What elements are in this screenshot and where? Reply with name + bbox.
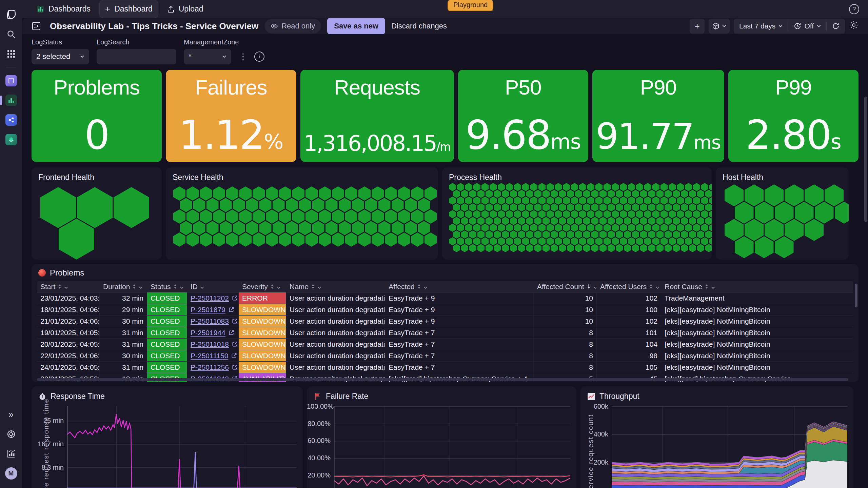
health-hexagon[interactable]: [469, 190, 476, 198]
health-hexagon[interactable]: [319, 232, 331, 247]
health-hexagon[interactable]: [685, 224, 692, 232]
column-menu-chevron-icon[interactable]: [655, 283, 659, 291]
health-hexagon[interactable]: [604, 197, 611, 205]
column-menu-chevron-icon[interactable]: [64, 283, 68, 291]
kpi-tile-p99[interactable]: P992.80s: [728, 70, 859, 162]
health-hexagon[interactable]: [477, 217, 485, 225]
health-hexagon[interactable]: [486, 230, 493, 239]
health-hexagon[interactable]: [385, 232, 397, 247]
health-hexagon[interactable]: [595, 237, 603, 245]
health-hexagon[interactable]: [559, 190, 566, 198]
health-hexagon[interactable]: [465, 210, 472, 218]
table-horizontal-scrollbar[interactable]: [37, 378, 848, 381]
health-hexagon[interactable]: [461, 203, 468, 211]
health-hexagon[interactable]: [530, 210, 537, 218]
health-hexagon[interactable]: [372, 209, 384, 224]
health-hexagon[interactable]: [689, 230, 696, 239]
health-hexagon[interactable]: [411, 209, 423, 224]
health-hexagon[interactable]: [490, 224, 497, 232]
health-hexagon[interactable]: [518, 230, 525, 239]
health-hexagon[interactable]: [514, 197, 521, 205]
health-hexagon[interactable]: [636, 210, 643, 218]
health-hexagon[interactable]: [461, 190, 468, 198]
health-hexagon[interactable]: [587, 224, 594, 232]
column-header-status[interactable]: Status: [147, 281, 187, 292]
health-hexagon[interactable]: [595, 197, 603, 205]
health-hexagon[interactable]: [226, 186, 238, 201]
health-hexagon[interactable]: [665, 203, 672, 211]
health-hexagon[interactable]: [587, 197, 594, 205]
health-hexagon[interactable]: [669, 237, 676, 245]
health-hexagon[interactable]: [292, 232, 304, 247]
health-hexagon[interactable]: [494, 244, 501, 252]
health-hexagon[interactable]: [624, 230, 631, 239]
health-hexagon[interactable]: [526, 203, 533, 211]
health-hexagon[interactable]: [685, 210, 692, 218]
health-hexagon[interactable]: [575, 244, 582, 252]
problem-id-link[interactable]: P-25011256: [191, 363, 238, 371]
health-hexagon[interactable]: [372, 232, 384, 247]
health-hexagon[interactable]: [551, 190, 558, 198]
sort-desc-icon[interactable]: [587, 283, 591, 291]
health-hexagon[interactable]: [542, 244, 550, 252]
health-hexagon[interactable]: [571, 210, 578, 218]
health-hexagon[interactable]: [481, 210, 489, 218]
health-hexagon[interactable]: [835, 202, 849, 224]
health-hexagon[interactable]: [697, 217, 704, 225]
health-hexagon[interactable]: [411, 186, 423, 201]
health-hexagon[interactable]: [233, 221, 245, 235]
health-hexagon[interactable]: [526, 190, 533, 198]
health-hexagon[interactable]: [632, 230, 639, 239]
health-hexagon[interactable]: [180, 198, 192, 212]
health-hexagon[interactable]: [620, 210, 627, 218]
health-hexagon[interactable]: [398, 232, 410, 247]
support-lifebuoy-icon[interactable]: [4, 427, 19, 442]
health-hexagon[interactable]: [567, 244, 574, 252]
health-hexagon[interactable]: [656, 190, 664, 198]
health-hexagon[interactable]: [681, 217, 688, 225]
health-hexagon[interactable]: [681, 203, 688, 211]
health-hexagon[interactable]: [689, 203, 696, 211]
health-hexagon[interactable]: [405, 198, 417, 212]
health-hexagon[interactable]: [604, 237, 611, 245]
health-hexagon[interactable]: [473, 237, 480, 245]
kubernetes-app-icon[interactable]: [4, 73, 19, 88]
health-hexagon[interactable]: [453, 190, 460, 198]
health-hexagon[interactable]: [563, 197, 570, 205]
health-hexagon[interactable]: [551, 230, 558, 239]
health-hexagon[interactable]: [709, 210, 712, 218]
health-hexagon[interactable]: [628, 197, 635, 205]
health-hexagon[interactable]: [453, 230, 460, 239]
health-hexagon[interactable]: [530, 183, 537, 191]
health-hexagon[interactable]: [547, 197, 554, 205]
health-hexagon[interactable]: [616, 244, 623, 252]
column-header-affected-users[interactable]: Affected Users: [597, 281, 661, 292]
health-hexagon[interactable]: [555, 197, 562, 205]
health-hexagon[interactable]: [266, 232, 278, 247]
health-hexagon[interactable]: [805, 219, 824, 241]
failure-rate-plot[interactable]: [334, 406, 570, 488]
health-hexagon[interactable]: [425, 232, 437, 247]
health-hexagon[interactable]: [486, 217, 493, 225]
health-hexagon[interactable]: [583, 203, 590, 211]
health-hexagon[interactable]: [599, 203, 607, 211]
column-header-root-cause[interactable]: Root Cause: [661, 281, 853, 292]
health-hexagon[interactable]: [510, 230, 517, 239]
health-hexagon[interactable]: [555, 237, 562, 245]
health-hexagon[interactable]: [405, 221, 417, 235]
add-tile-button[interactable]: +: [690, 19, 705, 34]
kpi-tile-p90[interactable]: P9091.77ms: [592, 70, 724, 162]
health-hexagon[interactable]: [612, 183, 619, 191]
health-hexagon[interactable]: [587, 237, 594, 245]
health-hexagon[interactable]: [522, 224, 529, 232]
sort-icon[interactable]: [270, 283, 274, 291]
help-icon[interactable]: ?: [849, 4, 859, 14]
health-hexagon[interactable]: [652, 183, 659, 191]
workflows-app-icon[interactable]: [4, 113, 19, 127]
health-hexagon[interactable]: [526, 230, 533, 239]
health-hexagon[interactable]: [673, 203, 680, 211]
response-time-plot[interactable]: [67, 406, 297, 488]
health-hexagon[interactable]: [656, 203, 664, 211]
health-hexagon[interactable]: [551, 217, 558, 225]
health-hexagon[interactable]: [518, 217, 525, 225]
